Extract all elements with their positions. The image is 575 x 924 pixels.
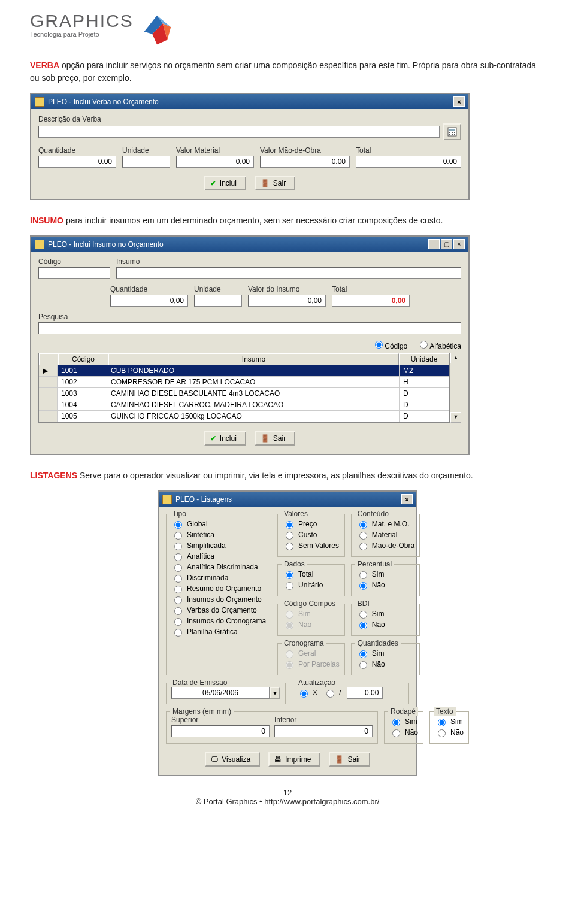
minimize-icon[interactable]: _ — [428, 239, 440, 249]
radio-option: Não — [283, 620, 340, 629]
label-vmo: Valor Mão-de-Obra — [260, 146, 350, 154]
para-insumo: INSUMO para incluir insumos em um determ… — [30, 214, 545, 227]
valor-mao-obra-input[interactable] — [260, 156, 350, 168]
radio-option[interactable]: Não — [389, 728, 418, 737]
radio-option[interactable]: Analítica Discriminada — [171, 562, 266, 572]
valor-insumo-input[interactable] — [248, 295, 326, 307]
page-footer: 12 © Portal Graphics • http://www.portal… — [30, 788, 545, 806]
printer-icon: 🖶 — [274, 755, 282, 764]
close-icon[interactable]: × — [401, 494, 413, 504]
logo-subtitle: Tecnologia para Projeto — [30, 31, 134, 38]
calculator-icon[interactable] — [443, 123, 461, 140]
descricao-verba-input[interactable] — [38, 126, 440, 138]
quantidade-input[interactable] — [110, 295, 188, 307]
window-title: PLEO - Inclui Insumo no Orçamento — [48, 240, 164, 249]
table-row[interactable]: ▶1001CUB PONDERADOM2 — [39, 365, 449, 377]
radio-option[interactable]: Custo — [283, 530, 340, 540]
insumo-grid[interactable]: Código Insumo Unidade ▶1001CUB PONDERADO… — [38, 353, 450, 423]
visualiza-button[interactable]: 🖵Visualiza — [205, 752, 260, 767]
group-rodape: RodapéSimNão — [384, 711, 423, 744]
radio-option[interactable]: Preço — [283, 519, 340, 529]
radio-option[interactable]: Não — [356, 580, 414, 590]
group-valores: ValoresPreçoCustoSem Valores — [277, 514, 345, 557]
sair-button[interactable]: 🚪Sair — [329, 752, 370, 767]
grid-scrollbar[interactable]: ▲ ▼ — [450, 353, 461, 423]
radio-codigo[interactable]: Código — [372, 339, 407, 350]
group-texto: TextoSimNão — [429, 711, 469, 744]
col-insumo[interactable]: Insumo — [108, 353, 399, 365]
label-qtd: Quantidade — [38, 146, 116, 154]
sair-button[interactable]: 🚪Sair — [255, 176, 295, 190]
radio-option[interactable]: Global — [171, 519, 266, 529]
quantidade-input[interactable] — [38, 156, 116, 168]
radio-option[interactable]: Não — [356, 659, 414, 669]
radio-option[interactable]: Discriminada — [171, 573, 266, 583]
unidade-input[interactable] — [122, 156, 170, 168]
table-row[interactable]: 1004CAMINHAO DIESEL CARROC. MADEIRA LOCA… — [39, 399, 449, 411]
page-number: 12 — [30, 788, 545, 797]
group-atualizacao: Atualização X / — [292, 683, 409, 704]
table-row[interactable]: 1002COMPRESSOR DE AR 175 PCM LOCACAOH — [39, 377, 449, 388]
label-insumo: Insumo — [116, 257, 461, 266]
imprime-button[interactable]: 🖶Imprime — [268, 752, 320, 767]
close-icon[interactable]: × — [453, 96, 465, 107]
radio-option[interactable]: Mão-de-Obra — [356, 541, 414, 550]
table-row[interactable]: 1005GUINCHO FRICCAO 1500kg LOCACAOD — [39, 411, 449, 422]
door-icon: 🚪 — [261, 434, 270, 443]
radio-option: Sim — [283, 609, 340, 619]
scroll-up-icon[interactable]: ▲ — [450, 353, 461, 363]
col-codigo[interactable]: Código — [58, 353, 108, 365]
radio-option[interactable]: Não — [435, 728, 464, 737]
valor-material-input[interactable] — [176, 156, 254, 168]
radio-option[interactable]: Insumos do Cronograma — [171, 616, 266, 626]
margem-superior-input[interactable] — [171, 725, 270, 737]
radio-option[interactable]: Sim — [389, 717, 418, 726]
para-verba: VERBA opção para incluir serviços no orç… — [30, 59, 545, 84]
radio-option[interactable]: Material — [356, 530, 414, 540]
radio-atual-x[interactable]: X — [297, 688, 317, 698]
col-unidade[interactable]: Unidade — [399, 353, 449, 365]
radio-option[interactable]: Verbas do Orçamento — [171, 605, 266, 615]
insumo-input[interactable] — [116, 267, 461, 279]
radio-option[interactable]: Sim — [356, 569, 414, 579]
unidade-input[interactable] — [194, 295, 242, 307]
group-conteudo-title: Conteúdo — [355, 510, 391, 518]
sair-button[interactable]: 🚪Sair — [255, 431, 295, 446]
radio-option[interactable]: Sintética — [171, 530, 266, 540]
codigo-input[interactable] — [38, 267, 110, 279]
radio-option[interactable]: Simplificada — [171, 541, 266, 550]
radio-option[interactable]: Unitário — [283, 580, 340, 590]
logo-title: GRAPHICS — [30, 12, 134, 30]
margem-inferior-input[interactable] — [274, 725, 373, 737]
pesquisa-input[interactable] — [38, 322, 461, 334]
radio-option[interactable]: Total — [283, 569, 340, 579]
svg-rect-5 — [449, 129, 455, 131]
label-un: Unidade — [194, 285, 242, 293]
radio-codigo-label: Código — [385, 342, 407, 350]
scroll-down-icon[interactable]: ▼ — [450, 412, 461, 423]
sair-label: Sair — [273, 179, 286, 187]
date-dropdown-button[interactable]: ▾ — [270, 687, 280, 699]
radio-option: Por Parcelas — [283, 659, 340, 669]
monitor-icon: 🖵 — [211, 755, 218, 764]
maximize-icon[interactable]: ▢ — [441, 239, 452, 249]
data-emissao-input[interactable] — [171, 687, 270, 699]
radio-option[interactable]: Sim — [356, 649, 414, 658]
radio-option[interactable]: Não — [356, 620, 414, 629]
dialog-listagens: PLEO - Listagens × Tipo GlobalSintéticaS… — [158, 490, 417, 776]
radio-option[interactable]: Analítica — [171, 552, 266, 561]
table-row[interactable]: 1003CAMINHAO DIESEL BASCULANTE 4m3 LOCAC… — [39, 388, 449, 399]
radio-atual-slash[interactable]: / — [323, 688, 341, 698]
radio-alfabetica[interactable]: Alfabética — [417, 339, 461, 350]
radio-option[interactable]: Sim — [356, 609, 414, 619]
radio-option[interactable]: Sem Valores — [283, 541, 340, 550]
radio-option[interactable]: Resumo do Orçamento — [171, 584, 266, 593]
radio-option[interactable]: Sim — [435, 717, 464, 726]
radio-option[interactable]: Planilha Gráfica — [171, 627, 266, 637]
radio-option[interactable]: Mat. e M.O. — [356, 519, 414, 529]
radio-option[interactable]: Insumos do Orçamento — [171, 595, 266, 604]
atualizacao-input[interactable] — [347, 687, 383, 699]
inclui-button[interactable]: ✔Inclui — [204, 431, 246, 446]
close-icon[interactable]: × — [453, 239, 465, 249]
inclui-button[interactable]: ✔Inclui — [204, 176, 246, 190]
